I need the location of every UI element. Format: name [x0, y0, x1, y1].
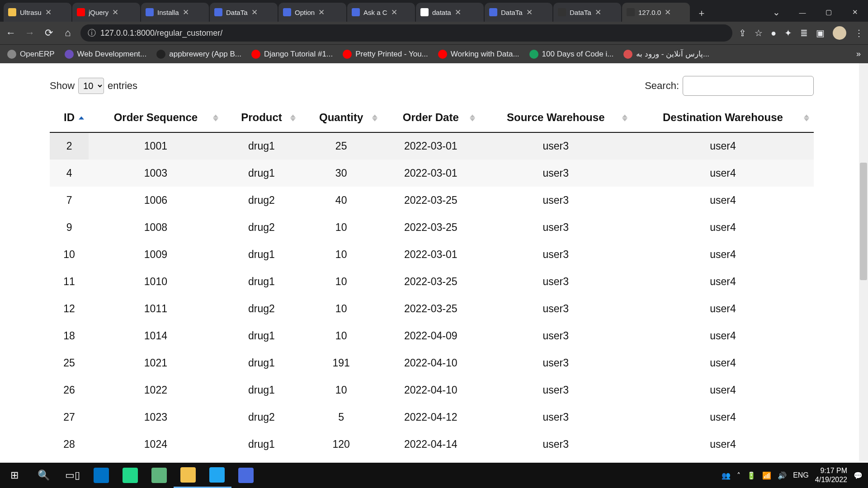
- tray-chevron-icon[interactable]: ˄: [737, 471, 741, 480]
- taskbar-app-vscode[interactable]: [203, 463, 231, 488]
- bookmark-favicon-icon: [438, 50, 447, 59]
- tab-close-icon[interactable]: ✕: [665, 8, 671, 17]
- profile-dot-icon[interactable]: ●: [771, 28, 776, 38]
- table-row[interactable]: 91008drug2102022-03-25user3user4: [50, 214, 814, 241]
- sound-icon[interactable]: 🔊: [778, 471, 787, 480]
- tab-close-icon[interactable]: ✕: [318, 8, 325, 17]
- menu-icon[interactable]: ⋮: [854, 28, 863, 38]
- browser-tab[interactable]: Ultrasu ✕: [4, 3, 71, 22]
- column-header[interactable]: Destination Warehouse: [632, 104, 814, 132]
- table-cell: 1014: [89, 322, 222, 349]
- bookmark-item[interactable]: پارس آنلاین - ورود به...: [623, 49, 709, 59]
- bookmark-star-icon[interactable]: ☆: [755, 28, 763, 38]
- back-button[interactable]: ←: [5, 27, 17, 39]
- bookmark-item[interactable]: appbrewery (App B...: [156, 50, 241, 59]
- table-row[interactable]: 41003drug1302022-03-01user3user4: [50, 160, 814, 187]
- tab-close-icon[interactable]: ✕: [526, 8, 533, 17]
- tab-close-icon[interactable]: ✕: [251, 8, 258, 17]
- table-cell: 10: [300, 322, 382, 349]
- column-header[interactable]: Product: [223, 104, 301, 132]
- side-panel-icon[interactable]: ▣: [816, 28, 825, 38]
- start-button[interactable]: ⊞: [0, 463, 29, 488]
- column-header[interactable]: Order Sequence: [89, 104, 222, 132]
- tab-close-icon[interactable]: ✕: [455, 8, 461, 17]
- site-info-icon[interactable]: ⓘ: [88, 28, 96, 38]
- people-icon[interactable]: 👥: [722, 471, 731, 480]
- bookmark-item[interactable]: Django Tutorial #1...: [251, 50, 333, 59]
- bookmark-item[interactable]: 100 Days of Code i...: [529, 50, 614, 59]
- reading-list-icon[interactable]: ≣: [800, 28, 808, 38]
- table-row[interactable]: 261022drug1102022-04-10user3user4: [50, 376, 814, 404]
- taskbar-app-chrome[interactable]: [174, 463, 203, 488]
- share-icon[interactable]: ⇪: [739, 28, 746, 38]
- browser-tab[interactable]: jQuery ✕: [72, 3, 140, 22]
- browser-tab[interactable]: Ask a C ✕: [347, 3, 415, 22]
- tab-close-icon[interactable]: ✕: [45, 8, 52, 17]
- language-indicator[interactable]: ENG: [793, 471, 809, 479]
- forward-button[interactable]: →: [24, 27, 36, 39]
- address-bar[interactable]: ⓘ 127.0.0.1:8000/regular_customer/: [80, 24, 732, 42]
- window-close-button[interactable]: ✕: [842, 3, 868, 22]
- column-header[interactable]: Order Date: [382, 104, 480, 132]
- column-header[interactable]: Quantity: [300, 104, 382, 132]
- reload-button[interactable]: ⟳: [42, 27, 55, 39]
- tab-title: Installa: [157, 9, 179, 16]
- tab-close-icon[interactable]: ✕: [391, 8, 397, 17]
- browser-tab[interactable]: DataTa ✕: [210, 3, 278, 22]
- taskbar-app-pycharm[interactable]: [116, 463, 145, 488]
- table-row[interactable]: 101009drug1102022-03-01user3user4: [50, 241, 814, 268]
- table-cell: user4: [632, 349, 814, 376]
- browser-tab[interactable]: DataTa ✕: [485, 3, 552, 22]
- bookmark-item[interactable]: Pretty Printed - You...: [343, 50, 428, 59]
- table-row[interactable]: 111010drug1102022-03-25user3user4: [50, 268, 814, 295]
- tabs-dropdown-button[interactable]: ⌄: [763, 3, 789, 22]
- new-tab-button[interactable]: +: [693, 5, 710, 22]
- browser-tab[interactable]: 127.0.0 ✕: [622, 3, 690, 22]
- bookmark-item[interactable]: OpenERP: [7, 50, 55, 59]
- window-maximize-button[interactable]: ▢: [816, 3, 842, 22]
- tab-favicon-icon: [8, 8, 16, 16]
- column-header[interactable]: ID: [50, 104, 89, 132]
- table-cell: drug1: [223, 241, 301, 268]
- taskbar-app-tool[interactable]: [231, 463, 260, 488]
- bookmark-favicon-icon: [65, 50, 74, 59]
- taskbar-app-atom[interactable]: [145, 463, 174, 488]
- table-cell: 10: [300, 268, 382, 295]
- task-view-button[interactable]: ▭▯: [58, 463, 87, 488]
- tab-close-icon[interactable]: ✕: [595, 8, 601, 17]
- search-input[interactable]: [683, 76, 814, 96]
- taskbar-app-outlook[interactable]: [87, 463, 116, 488]
- column-label: Order Date: [403, 111, 459, 123]
- scrollbar-thumb[interactable]: [860, 163, 867, 280]
- notifications-icon[interactable]: 💬: [854, 471, 863, 480]
- browser-tab[interactable]: Option ✕: [278, 3, 346, 22]
- table-cell: 9: [50, 214, 89, 241]
- vertical-scrollbar[interactable]: [859, 63, 868, 461]
- table-row[interactable]: 281024drug11202022-04-14user3user4: [50, 431, 814, 458]
- window-minimize-button[interactable]: —: [789, 3, 816, 22]
- profile-avatar[interactable]: [833, 26, 846, 40]
- browser-tab[interactable]: DataTa ✕: [553, 3, 621, 22]
- table-row[interactable]: 21001drug1252022-03-01user3user4: [50, 132, 814, 160]
- table-row[interactable]: 121011drug2102022-03-25user3user4: [50, 295, 814, 322]
- column-header[interactable]: Source Warehouse: [480, 104, 632, 132]
- table-row[interactable]: 251021drug11912022-04-10user3user4: [50, 349, 814, 376]
- wifi-icon[interactable]: 📶: [762, 471, 771, 480]
- bookmarks-overflow-button[interactable]: »: [856, 49, 861, 59]
- battery-icon[interactable]: 🔋: [747, 471, 756, 480]
- bookmark-item[interactable]: Web Development...: [65, 50, 147, 59]
- home-button[interactable]: ⌂: [61, 27, 74, 39]
- tab-close-icon[interactable]: ✕: [183, 8, 189, 17]
- length-select[interactable]: 10: [78, 78, 104, 94]
- system-clock[interactable]: 9:17 PM 4/19/2022: [815, 466, 847, 484]
- tab-close-icon[interactable]: ✕: [112, 8, 118, 17]
- taskbar-search-button[interactable]: 🔍: [29, 463, 58, 488]
- extensions-icon[interactable]: ✦: [784, 28, 792, 38]
- table-cell: 191: [300, 349, 382, 376]
- table-row[interactable]: 271023drug252022-04-12user3user4: [50, 404, 814, 431]
- browser-tab[interactable]: Installa ✕: [141, 3, 209, 22]
- browser-tab[interactable]: datata ✕: [416, 3, 484, 22]
- bookmark-item[interactable]: Working with Data...: [438, 50, 519, 59]
- table-row[interactable]: 71006drug2402022-03-25user3user4: [50, 187, 814, 214]
- table-row[interactable]: 181014drug1102022-04-09user3user4: [50, 322, 814, 349]
